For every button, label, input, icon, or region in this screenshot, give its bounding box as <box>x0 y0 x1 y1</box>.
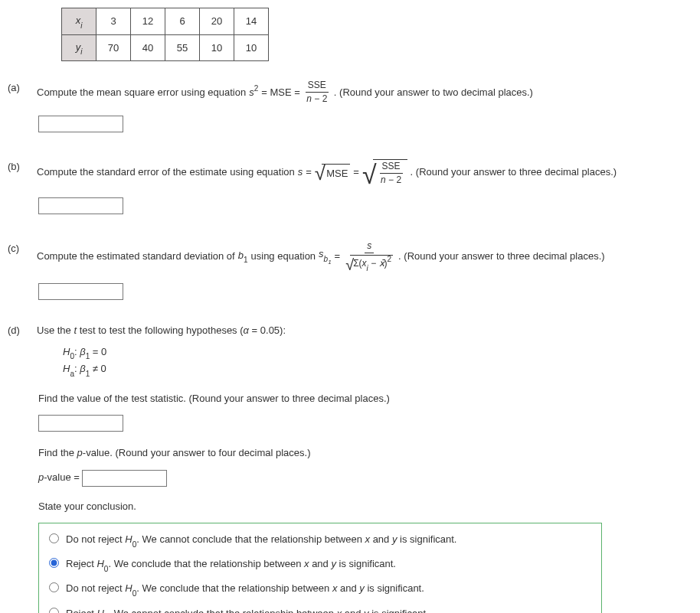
part-a-question: Compute the mean square error using equa… <box>37 80 692 103</box>
y-cell: 55 <box>165 34 200 61</box>
y-cell: 70 <box>96 34 131 61</box>
x-cell: 12 <box>131 8 165 35</box>
y-cell: 10 <box>200 34 234 61</box>
part-c-question: Compute the estimated standard deviation… <box>37 241 692 271</box>
answer-input-b[interactable] <box>38 197 123 214</box>
conclusion-option-2[interactable]: Reject H0. We conclude that the relation… <box>42 553 595 577</box>
part-c: (c) Compute the estimated standard devia… <box>8 241 692 271</box>
part-label: (d) <box>8 323 29 338</box>
x-cell: 20 <box>200 8 234 35</box>
data-table: xi 3 12 6 20 14 yi 70 40 55 10 10 <box>61 8 269 61</box>
part-d-question: Use the t test to test the following hyp… <box>37 323 692 338</box>
x-cell: 14 <box>234 8 269 35</box>
radio-option-3[interactable] <box>49 582 59 592</box>
part-b: (b) Compute the standard error of the es… <box>8 159 692 184</box>
conclusion-option-1[interactable]: Do not reject H0. We cannot conclude tha… <box>42 528 595 553</box>
find-test-statistic: Find the value of the test statistic. (R… <box>38 391 692 406</box>
fraction: SSE n − 2 <box>306 80 329 103</box>
find-p-value-text: Find the p-value. (Round your answer to … <box>38 445 692 461</box>
part-label: (c) <box>8 241 29 256</box>
state-conclusion: State your conclusion. <box>38 499 692 514</box>
x-header: xi <box>62 8 96 35</box>
answer-input-a[interactable] <box>38 116 123 132</box>
sqrt: √ SSE n − 2 <box>362 159 407 184</box>
y-cell: 40 <box>131 34 165 61</box>
table-row: yi 70 40 55 10 10 <box>62 34 269 61</box>
y-header: yi <box>62 34 96 61</box>
radio-option-2[interactable] <box>49 558 59 568</box>
conclusion-options: Do not reject H0. We cannot conclude tha… <box>38 523 602 613</box>
part-label: (a) <box>8 80 29 96</box>
conclusion-option-4[interactable]: Reject H0. We cannot conclude that the r… <box>42 602 595 613</box>
radio-option-1[interactable] <box>49 533 59 543</box>
sqrt: √ MSE <box>315 164 350 181</box>
conclusion-option-3[interactable]: Do not reject H0. We conclude that the r… <box>42 577 595 602</box>
x-cell: 6 <box>165 8 200 35</box>
table-row: xi 3 12 6 20 14 <box>62 8 269 35</box>
radio-option-4[interactable] <box>49 608 59 613</box>
p-value-row: p-value = <box>38 470 692 487</box>
answer-input-c[interactable] <box>38 283 123 300</box>
part-label: (b) <box>8 159 29 174</box>
fraction: s √ Σ(xi − x̄)2 <box>345 241 393 271</box>
y-cell: 10 <box>234 34 269 61</box>
answer-input-p-value[interactable] <box>82 470 167 487</box>
hypotheses: H0: β1 = 0 Ha: β1 ≠ 0 <box>63 344 692 379</box>
part-d: (d) Use the t test to test the following… <box>8 323 692 338</box>
part-b-question: Compute the standard error of the estima… <box>37 159 692 184</box>
x-cell: 3 <box>96 8 131 35</box>
check-icon: ✓ <box>585 608 597 613</box>
part-a: (a) Compute the mean square error using … <box>8 80 692 103</box>
answer-input-test-stat[interactable] <box>38 415 123 432</box>
